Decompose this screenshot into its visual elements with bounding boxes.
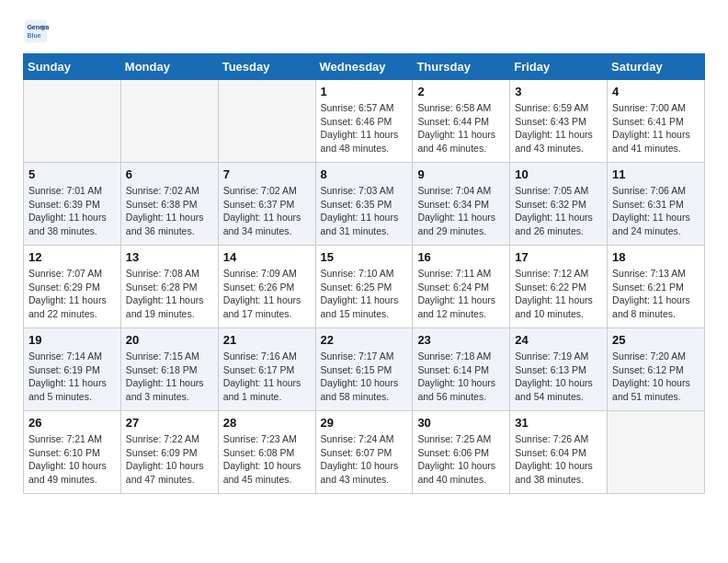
- calendar-cell: 26Sunrise: 7:21 AM Sunset: 6:10 PM Dayli…: [24, 411, 121, 494]
- day-info: Sunrise: 7:09 AM Sunset: 6:26 PM Dayligh…: [223, 267, 311, 321]
- day-number: 1: [321, 85, 408, 98]
- day-number: 3: [515, 85, 602, 98]
- day-info: Sunrise: 7:03 AM Sunset: 6:35 PM Dayligh…: [321, 184, 408, 238]
- day-info: Sunrise: 7:01 AM Sunset: 6:39 PM Dayligh…: [28, 184, 116, 238]
- day-number: 21: [223, 333, 311, 347]
- day-info: Sunrise: 7:23 AM Sunset: 6:08 PM Dayligh…: [223, 432, 311, 487]
- calendar-cell: [24, 80, 121, 163]
- week-row-2: 5Sunrise: 7:01 AM Sunset: 6:39 PM Daylig…: [24, 163, 705, 246]
- calendar-cell: [608, 411, 705, 494]
- day-number: 9: [417, 167, 505, 181]
- day-number: 25: [612, 333, 700, 347]
- day-number: 22: [321, 333, 408, 347]
- calendar-cell: 20Sunrise: 7:15 AM Sunset: 6:18 PM Dayli…: [120, 328, 218, 411]
- day-number: 27: [126, 416, 213, 430]
- day-info: Sunrise: 7:10 AM Sunset: 6:25 PM Dayligh…: [321, 267, 408, 321]
- day-info: Sunrise: 7:24 AM Sunset: 6:07 PM Dayligh…: [321, 432, 408, 487]
- day-number: 2: [417, 85, 505, 98]
- day-number: 8: [321, 167, 408, 181]
- calendar-cell: 11Sunrise: 7:06 AM Sunset: 6:31 PM Dayli…: [608, 163, 705, 246]
- calendar-cell: 19Sunrise: 7:14 AM Sunset: 6:19 PM Dayli…: [24, 328, 121, 411]
- calendar-cell: 16Sunrise: 7:11 AM Sunset: 6:24 PM Dayli…: [413, 246, 510, 328]
- day-number: 4: [612, 85, 700, 98]
- calendar-cell: 14Sunrise: 7:09 AM Sunset: 6:26 PM Dayli…: [218, 246, 315, 328]
- day-number: 5: [28, 167, 116, 181]
- day-info: Sunrise: 7:02 AM Sunset: 6:37 PM Dayligh…: [223, 184, 311, 238]
- day-number: 26: [28, 416, 116, 430]
- calendar-cell: 10Sunrise: 7:05 AM Sunset: 6:32 PM Dayli…: [510, 163, 608, 246]
- calendar-header-row: SundayMondayTuesdayWednesdayThursdayFrid…: [24, 54, 705, 80]
- calendar-cell: 6Sunrise: 7:02 AM Sunset: 6:38 PM Daylig…: [120, 163, 218, 246]
- day-number: 19: [28, 333, 116, 347]
- day-info: Sunrise: 7:07 AM Sunset: 6:29 PM Dayligh…: [28, 267, 116, 321]
- day-info: Sunrise: 6:59 AM Sunset: 6:43 PM Dayligh…: [515, 101, 602, 155]
- calendar-cell: [218, 80, 315, 163]
- calendar-cell: 18Sunrise: 7:13 AM Sunset: 6:21 PM Dayli…: [608, 246, 705, 328]
- day-number: 30: [417, 416, 505, 430]
- calendar-cell: [120, 80, 218, 163]
- calendar-cell: 30Sunrise: 7:25 AM Sunset: 6:06 PM Dayli…: [413, 411, 510, 494]
- day-number: 6: [126, 167, 213, 181]
- calendar-cell: 27Sunrise: 7:22 AM Sunset: 6:09 PM Dayli…: [120, 411, 218, 494]
- day-info: Sunrise: 7:18 AM Sunset: 6:14 PM Dayligh…: [417, 350, 505, 404]
- header-saturday: Saturday: [608, 54, 705, 80]
- day-info: Sunrise: 7:15 AM Sunset: 6:18 PM Dayligh…: [126, 350, 213, 404]
- week-row-3: 12Sunrise: 7:07 AM Sunset: 6:29 PM Dayli…: [24, 246, 705, 328]
- week-row-4: 19Sunrise: 7:14 AM Sunset: 6:19 PM Dayli…: [24, 328, 705, 411]
- calendar-table: SundayMondayTuesdayWednesdayThursdayFrid…: [23, 53, 705, 494]
- calendar-cell: 24Sunrise: 7:19 AM Sunset: 6:13 PM Dayli…: [510, 328, 608, 411]
- calendar-cell: 8Sunrise: 7:03 AM Sunset: 6:35 PM Daylig…: [315, 163, 413, 246]
- calendar-cell: 2Sunrise: 6:58 AM Sunset: 6:44 PM Daylig…: [413, 80, 510, 163]
- day-number: 24: [515, 333, 602, 347]
- day-info: Sunrise: 7:22 AM Sunset: 6:09 PM Dayligh…: [126, 432, 213, 487]
- page-header: General Blue: [23, 18, 705, 44]
- calendar-cell: 21Sunrise: 7:16 AM Sunset: 6:17 PM Dayli…: [218, 328, 315, 411]
- svg-text:General: General: [27, 24, 49, 30]
- header-friday: Friday: [510, 54, 608, 80]
- calendar-cell: 4Sunrise: 7:00 AM Sunset: 6:41 PM Daylig…: [608, 80, 705, 163]
- day-number: 12: [28, 250, 116, 264]
- header-monday: Monday: [120, 54, 218, 80]
- calendar-cell: 22Sunrise: 7:17 AM Sunset: 6:15 PM Dayli…: [315, 328, 413, 411]
- header-sunday: Sunday: [24, 54, 121, 80]
- calendar-cell: 23Sunrise: 7:18 AM Sunset: 6:14 PM Dayli…: [413, 328, 510, 411]
- day-info: Sunrise: 7:13 AM Sunset: 6:21 PM Dayligh…: [612, 267, 700, 321]
- calendar-cell: 28Sunrise: 7:23 AM Sunset: 6:08 PM Dayli…: [218, 411, 315, 494]
- header-tuesday: Tuesday: [218, 54, 315, 80]
- day-number: 17: [515, 250, 602, 264]
- day-info: Sunrise: 6:57 AM Sunset: 6:46 PM Dayligh…: [321, 101, 408, 155]
- day-info: Sunrise: 7:26 AM Sunset: 6:04 PM Dayligh…: [515, 432, 602, 487]
- logo-icon: General Blue: [23, 18, 49, 44]
- calendar-cell: 25Sunrise: 7:20 AM Sunset: 6:12 PM Dayli…: [608, 328, 705, 411]
- day-number: 11: [612, 167, 700, 181]
- logo: General Blue: [23, 18, 52, 44]
- day-info: Sunrise: 7:21 AM Sunset: 6:10 PM Dayligh…: [28, 432, 116, 487]
- day-number: 13: [126, 250, 213, 264]
- day-number: 23: [417, 333, 505, 347]
- day-info: Sunrise: 7:17 AM Sunset: 6:15 PM Dayligh…: [321, 350, 408, 404]
- day-number: 15: [321, 250, 408, 264]
- day-info: Sunrise: 7:06 AM Sunset: 6:31 PM Dayligh…: [612, 184, 700, 238]
- day-info: Sunrise: 7:08 AM Sunset: 6:28 PM Dayligh…: [126, 267, 213, 321]
- day-number: 29: [321, 416, 408, 430]
- day-info: Sunrise: 7:12 AM Sunset: 6:22 PM Dayligh…: [515, 267, 602, 321]
- header-thursday: Thursday: [413, 54, 510, 80]
- day-info: Sunrise: 7:05 AM Sunset: 6:32 PM Dayligh…: [515, 184, 602, 238]
- day-number: 7: [223, 167, 311, 181]
- day-number: 20: [126, 333, 213, 347]
- day-info: Sunrise: 7:02 AM Sunset: 6:38 PM Dayligh…: [126, 184, 213, 238]
- day-info: Sunrise: 7:14 AM Sunset: 6:19 PM Dayligh…: [28, 350, 116, 404]
- calendar-cell: 31Sunrise: 7:26 AM Sunset: 6:04 PM Dayli…: [510, 411, 608, 494]
- calendar-cell: 9Sunrise: 7:04 AM Sunset: 6:34 PM Daylig…: [413, 163, 510, 246]
- day-number: 10: [515, 167, 602, 181]
- day-number: 14: [223, 250, 311, 264]
- day-info: Sunrise: 7:00 AM Sunset: 6:41 PM Dayligh…: [612, 101, 700, 155]
- day-info: Sunrise: 6:58 AM Sunset: 6:44 PM Dayligh…: [417, 101, 505, 155]
- calendar-cell: 17Sunrise: 7:12 AM Sunset: 6:22 PM Dayli…: [510, 246, 608, 328]
- calendar-cell: 1Sunrise: 6:57 AM Sunset: 6:46 PM Daylig…: [315, 80, 413, 163]
- day-info: Sunrise: 7:04 AM Sunset: 6:34 PM Dayligh…: [417, 184, 505, 238]
- header-wednesday: Wednesday: [315, 54, 413, 80]
- week-row-5: 26Sunrise: 7:21 AM Sunset: 6:10 PM Dayli…: [24, 411, 705, 494]
- calendar-cell: 15Sunrise: 7:10 AM Sunset: 6:25 PM Dayli…: [315, 246, 413, 328]
- day-number: 31: [515, 416, 602, 430]
